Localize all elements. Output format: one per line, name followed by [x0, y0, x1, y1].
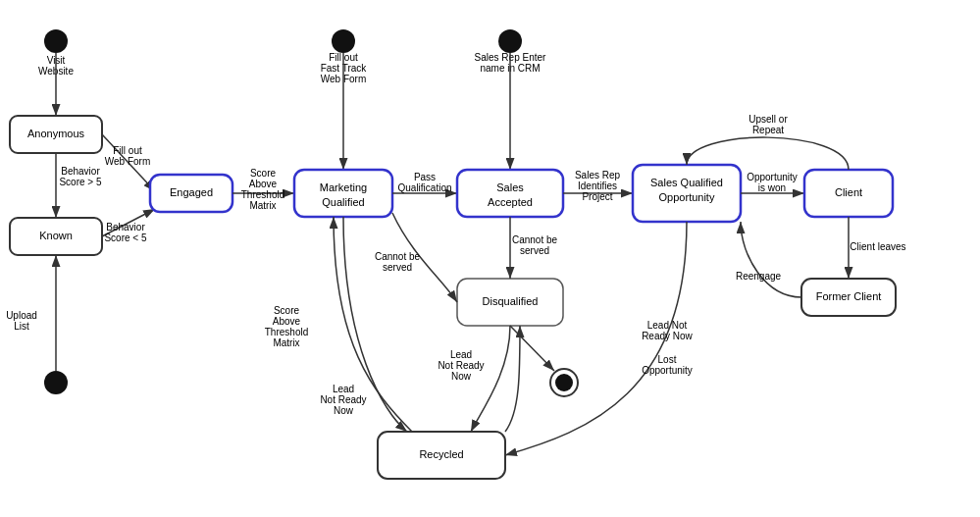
label-fillout-2: Web Form — [105, 156, 151, 167]
label-client: Client — [835, 186, 862, 198]
label-score-above-4: Matrix — [249, 200, 276, 211]
label-score-above-3: Threshold — [241, 189, 284, 200]
label-mq-2: Qualified — [322, 196, 364, 208]
label-upload-1: Upload — [6, 310, 37, 321]
label-score-recycled-1: Score — [274, 305, 300, 316]
label-sa-2: Accepted — [488, 196, 533, 208]
label-engaged: Engaged — [170, 186, 213, 198]
label-opp-won-2: is won — [758, 182, 786, 193]
label-pass-qual-2: Qualification — [397, 182, 451, 193]
label-score-above-1: Score — [250, 168, 277, 179]
edge-disq-recycled — [471, 326, 510, 432]
label-recycled: Recycled — [419, 448, 463, 460]
label-cannot-served-mq-2: served — [383, 262, 412, 273]
label-lnrn-mq-3: Now — [334, 405, 354, 416]
label-sa-1: Sales — [496, 181, 524, 193]
label-disqualified: Disqualified — [483, 295, 539, 307]
label-behavior-lt5-1: Behavior — [106, 222, 145, 233]
label-client-leaves-1: Client leaves — [850, 241, 905, 252]
label-score-recycled-3: Threshold — [265, 327, 308, 337]
node-marketing-qualified — [294, 170, 392, 217]
label-lost-opp-3: Lost — [658, 354, 677, 365]
label-sqo-2: Opportunity — [659, 191, 715, 203]
start-node-fasttrack — [332, 29, 355, 53]
edge-disq-end — [510, 326, 554, 371]
label-score-recycled-4: Matrix — [273, 337, 299, 348]
label-lnrn-mq-1: Lead — [333, 384, 354, 394]
label-score-recycled-2: Above — [273, 316, 301, 327]
label-behavior-gt5-1: Behavior — [61, 166, 100, 177]
label-fillout-1: Fill out — [113, 145, 142, 156]
label-sa-sqo-2: Identifies — [578, 181, 617, 191]
label-known: Known — [39, 230, 73, 241]
label-behavior-lt5-2: Score < 5 — [104, 233, 147, 243]
edge-reengage — [741, 222, 801, 297]
end-node-inner — [555, 374, 573, 391]
label-upsell-1: Upsell or — [748, 114, 788, 125]
start-node-upload — [44, 371, 68, 394]
start-node-crm — [498, 29, 522, 53]
label-cannot-served-sa-1: Cannot be — [512, 234, 558, 245]
label-upload-2: List — [14, 321, 29, 332]
label-lnrn-disq-3: Now — [451, 371, 472, 382]
label-lost-opp-2: Ready Now — [642, 331, 693, 341]
label-sa-sqo-3: Project — [582, 191, 612, 202]
label-former-client: Former Client — [816, 290, 882, 302]
label-score-above-2: Above — [249, 179, 278, 189]
edge-recycled-sa — [505, 326, 520, 432]
label-opp-won-1: Opportunity — [747, 172, 798, 182]
label-anonymous: Anonymous — [27, 128, 85, 139]
label-mq-1: Marketing — [320, 181, 367, 193]
label-lnrn-mq-2: Not Ready — [320, 394, 366, 405]
label-cannot-served-mq-1: Cannot be — [375, 251, 421, 262]
label-lnrn-disq-1: Lead — [450, 349, 472, 360]
label-cannot-served-sa-2: served — [520, 245, 549, 256]
node-sales-accepted — [457, 170, 563, 217]
label-lnrn-disq-2: Not Ready — [438, 360, 484, 371]
label-reengage: Reengage — [736, 271, 782, 282]
label-pass-qual-1: Pass — [414, 172, 436, 182]
label-sqo-1: Sales Qualified — [650, 177, 723, 188]
label-sa-sqo-1: Sales Rep — [575, 170, 621, 181]
label-behavior-gt5-2: Score > 5 — [59, 177, 102, 187]
label-lost-opp-1: Lead Not — [647, 320, 688, 331]
label-lost-opp-4: Opportunity — [642, 365, 693, 376]
start-node-visit — [44, 29, 68, 53]
label-upsell-2: Repeat — [752, 125, 784, 135]
